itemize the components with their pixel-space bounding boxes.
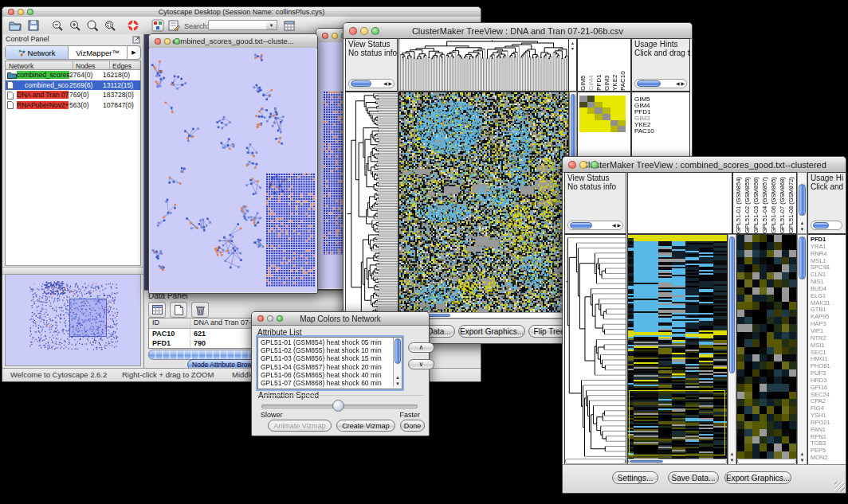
minimize-icon[interactable]	[164, 38, 171, 45]
maximize-icon[interactable]	[591, 161, 599, 169]
tv2-column-label[interactable]: GPL51-04 (GSM857)	[761, 173, 770, 233]
tab-overflow-button[interactable]: ▶	[128, 46, 140, 59]
tv1-column-label[interactable]: GIM5	[579, 39, 587, 91]
maximize-icon[interactable]	[277, 315, 283, 322]
network1-titlebar[interactable]: combined_scores_good.txt--cluste...	[149, 34, 317, 49]
animate-vizmap-button[interactable]: Animate Vizmap	[268, 420, 332, 432]
attribute-list-item[interactable]: GPL51-06 (GSM865) heat shock 40 min	[258, 371, 392, 379]
attribute-list-item[interactable]: GPL51-07 (GSM868) heat shock 60 min	[258, 379, 392, 387]
close-icon[interactable]	[8, 9, 14, 15]
scroll-up-icon[interactable]: ▲	[728, 451, 736, 457]
tv1-column-label[interactable]: PFD1	[595, 39, 603, 91]
col-id[interactable]: ID	[149, 318, 190, 328]
scroll-arrows-icon[interactable]: ◀ ▶	[383, 80, 392, 86]
scroll-up-icon[interactable]: ▲	[798, 451, 807, 457]
attribute-list-item[interactable]: GPL51-03 (GSM856) heat shock 15 min	[258, 354, 392, 362]
done-button[interactable]: Done	[400, 420, 425, 432]
treeview1-titlebar[interactable]: ClusterMaker TreeView : DNA and Tran 07-…	[344, 23, 692, 39]
attribute-list-item[interactable]: GPL51-02 (GSM855) heat shock 10 min	[258, 346, 392, 354]
close-icon[interactable]	[568, 161, 576, 169]
network-row[interactable]: RNAPuberNov2+563(0)107847(0)	[6, 100, 140, 111]
scroll-down-icon[interactable]: ▼	[728, 458, 736, 463]
attribute-list-item[interactable]: GPL51-04 (GSM857) heat shock 20 min	[258, 363, 392, 371]
animation-slider-thumb[interactable]	[332, 400, 344, 412]
zoom-in-icon[interactable]	[69, 19, 81, 32]
scroll-down-icon[interactable]: ▼	[798, 227, 807, 232]
annotation-icon[interactable]	[167, 19, 180, 32]
attribute-list-item[interactable]: GPL51-01 (GSM854) heat shock 05 min	[258, 338, 392, 346]
col-edges[interactable]: Edges	[110, 61, 140, 69]
network1-view[interactable]	[150, 48, 316, 292]
birdseye-canvas[interactable]	[6, 275, 139, 355]
zoom-out-icon[interactable]	[51, 19, 64, 32]
scroll-up-icon[interactable]: ▲	[798, 221, 807, 226]
tv2-labels-vscrollbar[interactable]: ▲ ▼	[797, 172, 807, 234]
tv2-column-label[interactable]: GPL51-03 (GSM856)	[752, 173, 761, 233]
tv2-button[interactable]: Save Data...	[668, 471, 719, 484]
tv2-tree-hscrollbar[interactable]	[565, 459, 626, 464]
move-up-button[interactable]: ∧	[408, 342, 434, 353]
tab-network[interactable]: Network	[6, 46, 69, 59]
create-vizmap-button[interactable]: Create Vizmap	[336, 420, 395, 432]
col-nodes[interactable]: Nodes	[73, 61, 110, 69]
tv2-button[interactable]: Settings...	[612, 471, 658, 484]
tv2-heatmap-vscrollbar[interactable]: ▲ ▼	[728, 234, 736, 465]
close-icon[interactable]	[349, 27, 357, 35]
open-icon[interactable]	[9, 19, 22, 32]
search-input[interactable]	[208, 20, 267, 30]
attribute-new-icon[interactable]	[170, 302, 187, 318]
birdseye-view[interactable]	[5, 274, 141, 366]
network-row[interactable]: DNA and Tran 07769(0)183728(0)	[6, 90, 140, 100]
minimize-icon[interactable]	[360, 27, 368, 35]
tv2-column-label[interactable]: GPL51-01 (GSM854)	[735, 173, 744, 233]
save-icon[interactable]	[27, 19, 40, 32]
zoom-fit-icon[interactable]	[86, 19, 99, 32]
treeview2-titlebar[interactable]: ClusterMaker TreeView : combined_scores_…	[563, 157, 846, 173]
minimize-icon[interactable]	[332, 33, 338, 39]
tv2-heatmap-hscrollbar[interactable]	[628, 459, 727, 464]
search-dropdown-icon[interactable]: ▼	[266, 20, 277, 30]
move-down-button[interactable]: ∨	[408, 359, 434, 369]
tv1-gene-label[interactable]: PAC10	[632, 128, 689, 135]
tv2-column-label[interactable]: GPL51-07 (GSM868)	[779, 173, 787, 233]
tv1-column-label[interactable]: GIM3	[603, 39, 611, 91]
tv1-column-dendrogram[interactable]	[399, 39, 568, 91]
close-icon[interactable]	[257, 315, 264, 322]
tv2-column-label[interactable]: GPL51-08 (GSM872)	[787, 173, 796, 233]
tv1-row-dendrogram[interactable]	[346, 92, 398, 318]
tv2-gene-label[interactable]: MON2	[808, 455, 846, 462]
attribute-delete-icon[interactable]	[191, 302, 209, 318]
network1-canvas[interactable]	[150, 48, 316, 291]
scroll-down-icon[interactable]: ▼	[798, 458, 807, 463]
tv1-column-label[interactable]: PAC10	[619, 39, 627, 91]
scroll-arrows-icon[interactable]: ◀ ▶	[676, 80, 685, 86]
tv2-column-label[interactable]: GPL51-06 (GSM865)	[770, 173, 779, 233]
float-panel-icon[interactable]	[132, 36, 140, 44]
col-network[interactable]: Network	[6, 61, 73, 69]
tv2-zoom-hscrollbar[interactable]	[737, 459, 796, 464]
tv1-column-label[interactable]: YKE2	[611, 39, 619, 91]
maximize-icon[interactable]	[27, 9, 33, 15]
scroll-arrows-icon[interactable]: ◀ ▶	[612, 222, 621, 228]
tv1-global-heatmap[interactable]	[399, 92, 568, 313]
maximize-icon[interactable]	[371, 27, 379, 35]
tv1-column-label[interactable]: GIM4	[587, 39, 595, 91]
minimize-icon[interactable]	[18, 9, 24, 15]
tv2-column-label[interactable]: GPL51-02 (GSM855)	[744, 173, 752, 233]
tv1-hints-hscrollbar[interactable]: ◀ ▶	[634, 79, 687, 88]
tv1-status-hscrollbar[interactable]: ◀ ▶	[348, 79, 395, 88]
scroll-up-icon[interactable]: ▲	[394, 375, 402, 381]
attribute-list-vscrollbar[interactable]: ▲ ▼	[393, 338, 402, 387]
import-table-icon[interactable]	[283, 19, 296, 32]
tab-vizmapper[interactable]: VizMapper™	[69, 46, 128, 59]
close-icon[interactable]	[322, 33, 328, 39]
tv2-status-hscrollbar[interactable]: ◀ ▶	[567, 221, 623, 230]
tv2-row-dendrogram[interactable]	[565, 235, 626, 459]
tv2-hints-hscrollbar[interactable]	[811, 221, 842, 230]
resize-grip[interactable]	[834, 482, 845, 492]
network-row[interactable]: combined_sco2569(6)13112(15)	[6, 80, 140, 91]
tv1-zoom-heatmap[interactable]	[579, 96, 626, 132]
tv2-button[interactable]: Export Graphics...	[724, 471, 791, 484]
tv2-list-vscrollbar[interactable]: ▲ ▼	[797, 234, 807, 465]
scroll-down-icon[interactable]: ▼	[394, 381, 402, 387]
